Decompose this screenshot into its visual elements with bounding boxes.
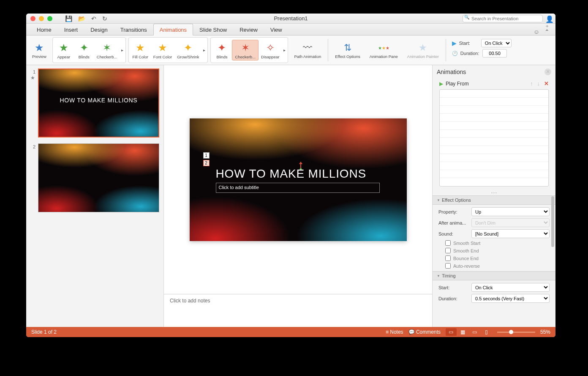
close-pane-icon[interactable]: × (544, 69, 551, 75)
bounce-end-check[interactable]: Bounce End (438, 255, 550, 261)
emoji-icon[interactable]: ☺ (534, 28, 539, 35)
smooth-end-check[interactable]: Smooth End (438, 248, 550, 253)
entrance-expand[interactable]: ▸ (120, 48, 125, 52)
slide-canvas[interactable]: 1 2 HOW TO MAKE MILLIONS Click to add su… (164, 65, 432, 294)
emphasis-gallery: ★Fill Color ★Font Color ✦Grow/Shrink ▸ (128, 37, 208, 63)
zoom-slider[interactable] (497, 332, 535, 333)
status-bar: Slide 1 of 2 ≡ Notes 💬 Comments ▭ ▦ ▭ ▯ … (26, 327, 555, 337)
titlebar: 💾 📂 ↶ ↻ Presentation1 👤⁺ (26, 14, 555, 24)
exit-gallery: ✦Blinds ✶Checkerb... ✧Disappear ▸ (210, 37, 288, 63)
thumbnail-1[interactable]: 1 ★ HOW TO MAKE MILLIONS (30, 69, 159, 137)
move-down-icon[interactable]: ↓ (537, 80, 540, 87)
animation-pane-button[interactable]: ★★★Animation Pane (366, 37, 401, 63)
play-from-icon[interactable]: ▶ (439, 81, 443, 87)
smooth-start-check[interactable]: Smooth Start (438, 240, 550, 246)
thumb-title: HOW TO MAKE MILLIONS (39, 97, 158, 104)
notes-toggle[interactable]: ≡ Notes (386, 329, 403, 335)
anim-checkerboard-exit[interactable]: ✶Checkerb... (232, 40, 259, 60)
normal-view-icon[interactable]: ▭ (446, 328, 457, 336)
pane-scrollbar[interactable] (551, 196, 554, 247)
anim-blinds-entrance[interactable]: ✦Blinds (74, 40, 94, 60)
start-select[interactable]: On Click (481, 39, 512, 47)
anim-blinds-exit[interactable]: ✦Blinds (212, 40, 232, 60)
anim-order-badge-2[interactable]: 2 (203, 160, 210, 166)
entrance-gallery: ★Appear ✦Blinds ✶Checkerb... ▸ (52, 37, 126, 63)
timing-duration-label: Duration: (438, 296, 469, 301)
timing-duration-select[interactable]: 0.5 seconds (Very Fast) (471, 294, 550, 303)
emphasis-expand[interactable]: ▸ (201, 48, 207, 52)
sound-label: Sound: (438, 231, 469, 236)
sorter-view-icon[interactable]: ▦ (457, 328, 468, 336)
notes-pane[interactable]: Click to add notes (164, 294, 432, 327)
animation-painter-button[interactable]: ★Animation Painter (404, 37, 442, 63)
anim-growshrink[interactable]: ✦Grow/Shrink (174, 40, 201, 60)
comments-toggle[interactable]: 💬 Comments (408, 329, 441, 335)
timing-group: ▶ Start: On Click 🕐 Duration: (449, 37, 514, 63)
sound-select[interactable]: [No Sound] (471, 229, 550, 238)
anim-disappear[interactable]: ✧Disappear (259, 40, 282, 60)
duration-label: Duration: (460, 51, 480, 56)
anim-order-badge-1[interactable]: 1 (203, 152, 210, 159)
slide-subtitle-placeholder[interactable]: Click to add subtitle (216, 183, 380, 193)
tab-slideshow[interactable]: Slide Show (193, 24, 233, 35)
effect-options-button[interactable]: ⇅Effect Options (332, 37, 364, 63)
app-window: 💾 📂 ↶ ↻ Presentation1 👤⁺ Home Insert Des… (26, 14, 555, 337)
anim-appear[interactable]: ★Appear (54, 40, 74, 60)
search-input[interactable] (463, 15, 543, 22)
slideshow-view-icon[interactable]: ▯ (481, 328, 492, 336)
property-select[interactable]: Up (471, 207, 550, 216)
zoom-level[interactable]: 55% (540, 329, 550, 335)
thumb-number: 1 (30, 69, 35, 75)
move-up-icon[interactable]: ↑ (530, 80, 533, 87)
tab-animations[interactable]: Animations (153, 24, 193, 36)
slide-thumbnails: 1 ★ HOW TO MAKE MILLIONS 2 (26, 65, 164, 327)
animation-list[interactable] (439, 89, 549, 187)
play-from-label[interactable]: Play From (446, 81, 469, 87)
auto-reverse-check[interactable]: Auto-reverse (438, 263, 550, 269)
clock-icon: 🕐 (452, 51, 458, 56)
pane-title: Animations (437, 69, 466, 75)
tab-view[interactable]: View (264, 24, 289, 35)
thumbnail-2[interactable]: 2 (30, 143, 159, 212)
effect-options-section[interactable]: Effect Options (433, 195, 555, 205)
tab-insert[interactable]: Insert (58, 24, 84, 35)
thumb-number: 2 (30, 143, 35, 150)
ribbon-tabs: Home Insert Design Transitions Animation… (26, 24, 555, 36)
timing-start-select[interactable]: On Click (471, 283, 550, 292)
reading-view-icon[interactable]: ▭ (469, 328, 480, 336)
delete-anim-icon[interactable]: ✕ (544, 80, 549, 87)
anim-checkerboard-entrance[interactable]: ✶Checkerb... (94, 40, 120, 60)
ribbon: ★ Preview ★Appear ✦Blinds ✶Checkerb... ▸… (26, 36, 555, 65)
property-label: Property: (438, 209, 469, 214)
anim-fillcolor[interactable]: ★Fill Color (130, 40, 150, 60)
anim-fontcolor[interactable]: ★Font Color (151, 40, 174, 60)
tab-transitions[interactable]: Transitions (114, 24, 153, 35)
after-anim-select: Don't Dim (471, 218, 550, 227)
timing-section[interactable]: Timing (433, 271, 555, 280)
tab-review[interactable]: Review (233, 24, 264, 35)
path-animation-button[interactable]: 〰Path Animation (291, 37, 324, 63)
exit-expand[interactable]: ▸ (282, 48, 287, 52)
after-anim-label: After anima... (438, 220, 469, 225)
animation-indicator-icon: ★ (30, 75, 35, 81)
animations-pane: Animations × ▶ Play From ↑ ↓ ✕ • • • Eff… (432, 65, 555, 327)
start-label: Start: (459, 41, 479, 46)
tab-design[interactable]: Design (84, 24, 114, 35)
play-icon: ▶ (452, 40, 457, 47)
slide-counter: Slide 1 of 2 (31, 329, 57, 335)
duration-input[interactable] (482, 49, 507, 58)
slide-title[interactable]: HOW TO MAKE MILLIONS (216, 167, 398, 181)
preview-button[interactable]: ★ Preview (29, 37, 50, 63)
slide[interactable]: 1 2 HOW TO MAKE MILLIONS Click to add su… (190, 118, 407, 241)
timing-start-label: Start: (438, 285, 469, 290)
tab-home[interactable]: Home (30, 24, 58, 35)
